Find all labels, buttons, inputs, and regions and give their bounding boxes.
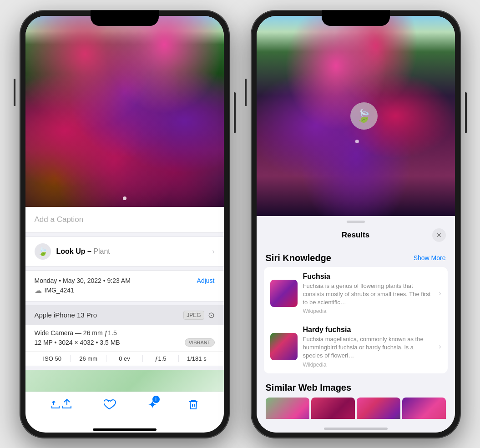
similar-image-2[interactable] bbox=[311, 398, 355, 419]
adjust-button[interactable]: Adjust bbox=[197, 277, 215, 284]
caption-placeholder[interactable]: Add a Caption bbox=[35, 215, 84, 224]
exif-mm: 26 mm bbox=[71, 355, 106, 362]
info-button[interactable]: ✦ i bbox=[148, 398, 157, 411]
results-header: Results ✕ bbox=[257, 227, 455, 247]
phone-2: 🍃 Results ✕ Siri Knowledge Show bbox=[251, 10, 460, 438]
camera-detail: Wide Camera — 26 mm ƒ1.5 12 MP • 3024 × … bbox=[25, 325, 224, 351]
filename-text: IMG_4241 bbox=[45, 287, 74, 294]
notch-1 bbox=[91, 10, 159, 26]
result-title-hardy-fuchsia: Hardy fuchsia bbox=[303, 326, 434, 334]
exif-aperture: ƒ1.5 bbox=[143, 355, 179, 362]
lookup-label: Look Up – Plant bbox=[56, 247, 110, 256]
map-area[interactable] bbox=[25, 370, 224, 392]
favorite-button[interactable] bbox=[104, 399, 116, 411]
result-item-fuchsia[interactable]: Fuchsia Fuchsia is a genus of flowering … bbox=[264, 267, 448, 321]
result-source-hardy-fuchsia: Wikipedia bbox=[303, 362, 434, 368]
share-button[interactable] bbox=[50, 399, 73, 410]
result-content-hardy-fuchsia: Hardy fuchsia Fuchsia magellanica, commo… bbox=[303, 326, 434, 368]
home-indicator-2 bbox=[324, 428, 388, 430]
exif-iso: ISO 50 bbox=[35, 355, 71, 362]
phone-2-screen: 🍃 Results ✕ Siri Knowledge Show bbox=[257, 16, 455, 433]
photo-area-2: 🍃 bbox=[257, 16, 455, 216]
bottom-toolbar: ✦ i bbox=[25, 392, 224, 425]
similar-image-4[interactable] bbox=[402, 398, 446, 419]
photo-dot-1 bbox=[123, 196, 126, 200]
lookup-row[interactable]: 🍃 Look Up – Plant › bbox=[25, 237, 224, 267]
fuchsia-photo-1 bbox=[25, 16, 224, 207]
similar-web-section: Similar Web Images bbox=[257, 377, 455, 419]
exif-row: ISO 50 26 mm 0 ev ƒ1.5 1/181 s bbox=[25, 351, 224, 366]
exif-shutter: 1/181 s bbox=[179, 355, 214, 362]
siri-icon: 🍃 bbox=[350, 102, 378, 130]
result-source-fuchsia: Wikipedia bbox=[303, 308, 434, 314]
camera-model: Apple iPhone 13 Pro bbox=[35, 311, 97, 319]
caption-field[interactable]: Add a Caption bbox=[25, 207, 224, 233]
similar-image-3[interactable] bbox=[357, 398, 400, 419]
cloud-icon: ☁ bbox=[35, 286, 42, 295]
phone-2-bottom bbox=[257, 419, 455, 433]
camera-wide: Wide Camera — 26 mm ƒ1.5 bbox=[35, 329, 215, 337]
results-sheet: Results ✕ Siri Knowledge Show More bbox=[257, 216, 455, 419]
result-chevron-icon-1: › bbox=[439, 289, 441, 297]
svg-rect-0 bbox=[52, 404, 59, 408]
fuchsia-thumbnail bbox=[270, 280, 298, 307]
delete-button[interactable] bbox=[188, 399, 199, 411]
similar-web-title: Similar Web Images bbox=[266, 383, 446, 393]
camera-mp: 12 MP • 3024 × 4032 • 3.5 MB VIBRANT bbox=[35, 338, 215, 347]
jpeg-badge: JPEG bbox=[183, 311, 204, 320]
phone-1: Add a Caption 🍃 Look Up – Plant › Monday bbox=[20, 10, 229, 438]
vibrant-badge: VIBRANT bbox=[185, 338, 215, 347]
close-button[interactable]: ✕ bbox=[432, 228, 446, 242]
home-indicator-1 bbox=[93, 428, 157, 431]
info-area: Add a Caption 🍃 Look Up – Plant › Monday bbox=[25, 207, 224, 392]
result-desc-hardy-fuchsia: Fuchsia magellanica, commonly known as t… bbox=[303, 335, 434, 360]
similar-image-1[interactable] bbox=[266, 398, 309, 419]
exif-ev: 0 ev bbox=[106, 355, 142, 362]
siri-knowledge-header: Siri Knowledge Show More bbox=[257, 247, 455, 267]
result-chevron-icon-2: › bbox=[439, 342, 441, 351]
result-content-fuchsia: Fuchsia Fuchsia is a genus of flowering … bbox=[303, 272, 434, 315]
notch-2 bbox=[322, 10, 390, 26]
hardy-fuchsia-thumb-image bbox=[270, 333, 298, 360]
phone-1-screen: Add a Caption 🍃 Look Up – Plant › Monday bbox=[25, 16, 224, 433]
photo-area-1[interactable] bbox=[25, 16, 224, 207]
result-title-fuchsia: Fuchsia bbox=[303, 272, 434, 281]
show-more-button[interactable]: Show More bbox=[414, 254, 446, 262]
siri-knowledge-title: Siri Knowledge bbox=[266, 253, 331, 263]
result-item-hardy-fuchsia[interactable]: Hardy fuchsia Fuchsia magellanica, commo… bbox=[264, 320, 448, 373]
fuchsia-thumb-image bbox=[270, 280, 298, 307]
camera-header: Apple iPhone 13 Pro JPEG ⊙ bbox=[25, 306, 224, 325]
results-title: Results bbox=[279, 231, 432, 240]
camera-section: Apple iPhone 13 Pro JPEG ⊙ Wide Camera —… bbox=[25, 305, 224, 366]
result-desc-fuchsia: Fuchsia is a genus of flowering plants t… bbox=[303, 282, 434, 307]
siri-leaf-icon: 🍃 bbox=[356, 108, 372, 123]
location-icon: ⊙ bbox=[208, 310, 215, 320]
siri-dot bbox=[355, 140, 359, 143]
sheet-handle bbox=[347, 221, 365, 223]
date-section: Monday • May 30, 2022 • 9:23 AM Adjust ☁… bbox=[25, 270, 224, 302]
info-badge: i bbox=[152, 396, 160, 403]
similar-images-grid bbox=[266, 398, 446, 419]
phones-container: Add a Caption 🍃 Look Up – Plant › Monday bbox=[20, 10, 460, 438]
lookup-icon: 🍃 bbox=[35, 243, 51, 260]
siri-knowledge-card: Fuchsia Fuchsia is a genus of flowering … bbox=[264, 267, 448, 373]
date-text: Monday • May 30, 2022 • 9:23 AM bbox=[35, 277, 131, 284]
hardy-fuchsia-thumbnail bbox=[270, 333, 298, 360]
lookup-chevron-icon: › bbox=[212, 247, 214, 256]
